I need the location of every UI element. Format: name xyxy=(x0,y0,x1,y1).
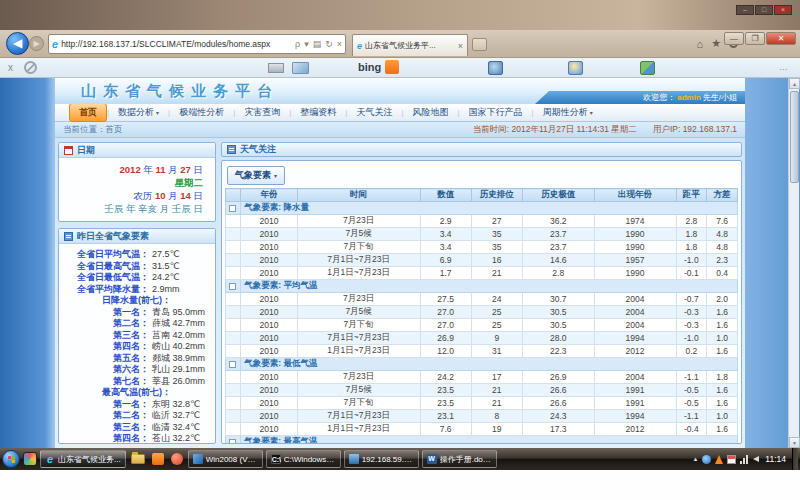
search-dropdown-icon[interactable]: ▾ xyxy=(304,39,309,49)
show-desktop-button[interactable] xyxy=(792,448,798,470)
row-cell: 2.3 xyxy=(707,254,738,267)
taskbar-item-4[interactable]: W操作手册.docx ... xyxy=(422,450,497,468)
rank-value: 青岛 95.0mm xyxy=(152,307,205,319)
element-filter-button[interactable]: 气象要素 ▾ xyxy=(227,166,285,185)
bg-close-icon[interactable]: × xyxy=(774,5,792,15)
weekday: 星期二 xyxy=(65,176,203,189)
header-cell: 历史极值 xyxy=(522,189,594,202)
scroll-down-icon[interactable]: ▼ xyxy=(789,437,800,448)
taskbar-item-3[interactable]: 192.168.59.99... xyxy=(344,450,419,468)
row-cell: 36.2 xyxy=(522,215,594,228)
welcome-prefix: 欢迎您： xyxy=(643,92,675,103)
tray-expand-icon[interactable]: ▲ xyxy=(692,456,698,462)
compatibility-icon[interactable]: ▤ xyxy=(313,39,322,49)
date-part: 月 xyxy=(166,164,181,175)
ie-icon: e xyxy=(45,454,55,464)
browser-tab[interactable]: e 山东省气候业务平... × xyxy=(352,34,468,56)
nav-tab-4[interactable]: 灾害查询 xyxy=(235,104,289,121)
url-text[interactable]: http://192.168.137.1/SLCCLIMATE/modules/… xyxy=(61,39,292,49)
row-cell: -0.3 xyxy=(676,319,707,332)
taskbar-item-browser[interactable]: e 山东省气候业务... xyxy=(40,450,126,468)
back-button[interactable]: ◀ xyxy=(6,32,29,55)
row-cell: 2010 xyxy=(241,241,297,254)
maximize-button[interactable]: ❐ xyxy=(745,32,765,45)
favorites-star-icon[interactable]: ★ xyxy=(711,37,721,50)
forward-button[interactable]: ▶ xyxy=(29,36,44,51)
star-colored-icon[interactable] xyxy=(568,61,583,75)
row-cell: 1994 xyxy=(594,410,676,423)
tray-flame-icon[interactable] xyxy=(715,455,723,464)
explorer-folder-icon[interactable] xyxy=(131,454,145,464)
nav-tab-5[interactable]: 整编资料 xyxy=(291,104,345,121)
nav-tab-1[interactable]: 首页 xyxy=(69,103,107,122)
bg-minimize-icon[interactable]: – xyxy=(736,5,754,15)
window-controls: — ❐ ✕ xyxy=(724,32,796,45)
rank-item: 第二名：薛城 42.7mm xyxy=(61,318,211,330)
group-checkbox[interactable] xyxy=(229,283,236,290)
scroll-up-icon[interactable]: ▲ xyxy=(789,78,800,89)
community-icon[interactable] xyxy=(640,61,655,75)
row-cell: 1990 xyxy=(594,267,676,280)
tray-blue-icon[interactable] xyxy=(702,455,711,464)
close-button[interactable]: ✕ xyxy=(766,32,796,45)
bing-logo[interactable]: bing xyxy=(358,61,381,73)
mail-icon[interactable] xyxy=(268,63,284,73)
table-row: 20107月下旬23.52126.61991-0.51.6 xyxy=(226,397,738,410)
user-ip: 用户IP: 192.168.137.1 xyxy=(653,124,737,136)
row-cell-empty xyxy=(226,267,241,280)
address-bar[interactable]: e http://192.168.137.1/SLCCLIMATE/module… xyxy=(48,34,346,54)
camera-icon[interactable] xyxy=(488,61,503,75)
pinned-app-icon[interactable] xyxy=(23,452,37,466)
toolbar-close-icon[interactable]: x xyxy=(8,62,13,73)
speaker-icon[interactable] xyxy=(753,456,759,462)
welcome-username: admin xyxy=(677,93,701,102)
weather-stat: 全省平均降水量：2.9mm xyxy=(61,284,211,296)
row-cell: 1974 xyxy=(594,215,676,228)
row-cell: 9 xyxy=(471,332,522,345)
row-cell: 3.4 xyxy=(420,228,471,241)
nav-tab-7[interactable]: 风险地图 xyxy=(403,104,457,121)
task-buttons: Win2008 (V52...C:\C:\Windows\sy...192.16… xyxy=(188,450,497,468)
more-options-icon[interactable]: … xyxy=(779,62,790,72)
nav-tab-3[interactable]: 极端性分析 xyxy=(170,104,233,121)
nav-tab-6[interactable]: 天气关注 xyxy=(347,104,401,121)
search-icon[interactable]: ρ xyxy=(295,39,300,49)
row-cell: -0.5 xyxy=(676,397,707,410)
page-scrollbar[interactable]: ▲ ▼ xyxy=(788,78,799,448)
taskbar-item-1[interactable]: Win2008 (V52... xyxy=(188,450,263,468)
group-checkbox[interactable] xyxy=(229,439,236,444)
date-panel-body: 2012 年 11 月 27 日 星期二 农历 10 月 14 日 壬辰 年 辛… xyxy=(59,158,215,221)
nav-tab-8[interactable]: 国家下行产品 xyxy=(460,104,532,121)
rank-value: 乳山 29.1mm xyxy=(152,364,205,376)
row-cell: 1月1日~7月23日 xyxy=(297,423,420,436)
nav-tab-2[interactable]: 数据分析▾ xyxy=(109,104,168,121)
new-tab-button[interactable] xyxy=(472,38,487,51)
row-cell-empty xyxy=(226,215,241,228)
red-orb-icon[interactable] xyxy=(171,453,183,465)
orange-square-icon[interactable] xyxy=(152,453,164,465)
orange-app-icon[interactable] xyxy=(385,60,399,74)
row-cell: 7月下旬 xyxy=(297,397,420,410)
taskbar-item-2[interactable]: C:\C:\Windows\sy... xyxy=(266,450,341,468)
nav-tab-9[interactable]: 周期性分析▾ xyxy=(534,104,602,121)
row-cell-empty xyxy=(226,293,241,306)
row-cell: 2010 xyxy=(241,306,297,319)
card-icon[interactable] xyxy=(292,62,309,74)
table-row: 20107月23日27.52430.72004-0.72.0 xyxy=(226,293,738,306)
network-icon[interactable] xyxy=(740,455,749,464)
tab-close-icon[interactable]: × xyxy=(458,41,463,51)
start-button[interactable] xyxy=(2,450,20,468)
refresh-icon[interactable]: ↻ xyxy=(325,39,333,49)
taskbar-clock[interactable]: 11:14 xyxy=(765,454,786,464)
action-center-flag-icon[interactable] xyxy=(727,455,736,464)
row-cell: 2004 xyxy=(594,293,676,306)
bg-maximize-icon[interactable]: □ xyxy=(755,5,773,15)
scrollbar-thumb[interactable] xyxy=(790,91,799,183)
home-icon[interactable]: ⌂ xyxy=(696,38,703,50)
row-cell: -0.3 xyxy=(676,306,707,319)
date-panel: 日期 2012 年 11 月 27 日 星期二 农历 10 月 14 日 壬辰 … xyxy=(58,142,216,222)
group-checkbox[interactable] xyxy=(229,205,236,212)
stop-icon[interactable]: × xyxy=(337,39,342,49)
minimize-button[interactable]: — xyxy=(724,32,744,45)
group-checkbox[interactable] xyxy=(229,361,236,368)
